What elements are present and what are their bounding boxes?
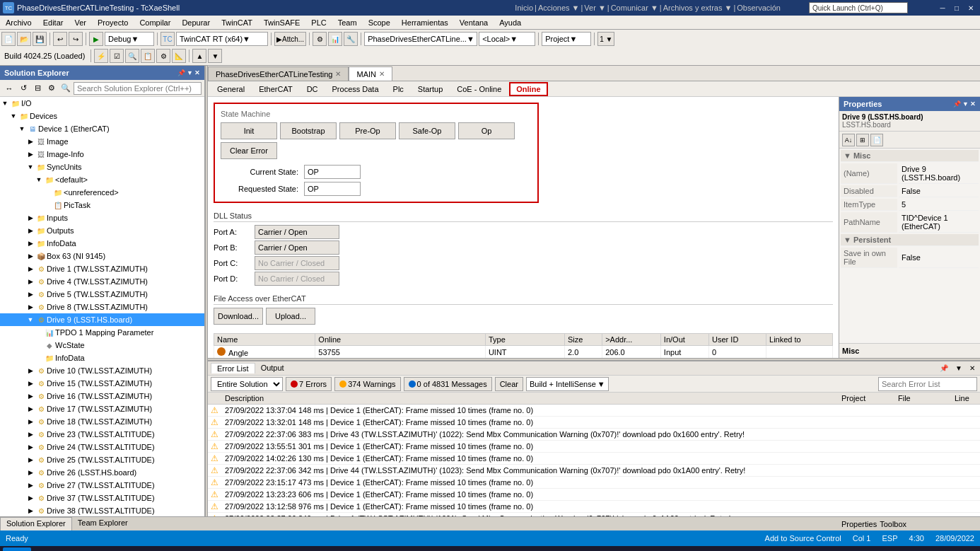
tree-item-drive27[interactable]: ▶⚙Drive 27 (TW.LSST.ALTITUDE) bbox=[0, 479, 204, 492]
tab-main[interactable]: MAIN ✕ bbox=[349, 66, 392, 81]
bottom-close[interactable]: ✕ bbox=[967, 364, 977, 373]
tab-main-close[interactable]: ✕ bbox=[379, 70, 385, 78]
expand-drive1[interactable]: ▶ bbox=[25, 264, 35, 274]
inner-tab-online[interactable]: Online bbox=[509, 82, 547, 96]
expand-infodata[interactable]: ▶ bbox=[25, 238, 35, 248]
minimize-button[interactable]: ─ bbox=[936, 2, 949, 13]
tree-item-drive16[interactable]: ▶⚙Drive 16 (TW.LSST.AZIMUTH) bbox=[0, 390, 204, 402]
warning-badge[interactable]: 374 Warnings bbox=[334, 377, 400, 391]
menu-compilar[interactable]: Compilar bbox=[134, 16, 176, 29]
inner-tab-processdata[interactable]: Process Data bbox=[326, 83, 385, 95]
expand-wcstate[interactable] bbox=[34, 340, 44, 350]
build-dropdown[interactable]: Build + IntelliSense ▼ bbox=[526, 377, 609, 391]
tree-item-drive17[interactable]: ▶⚙Drive 17 (TW.LSST.AZIMUTH) bbox=[0, 402, 204, 415]
expand-default[interactable]: ▼ bbox=[34, 175, 44, 185]
expand-tpdo1[interactable] bbox=[34, 327, 44, 337]
props-misc-tab[interactable]: Properties bbox=[841, 520, 877, 528]
menu-plc[interactable]: PLC bbox=[305, 16, 332, 29]
tree-item-infodata2[interactable]: 📁InfoData bbox=[0, 352, 204, 364]
error-row-5[interactable]: ⚠27/09/2022 22:37:06 342 ms | Drive 44 (… bbox=[208, 465, 980, 477]
data-row-0[interactable]: Angle53755UINT2.0206.0Input0 bbox=[214, 346, 833, 359]
toolbar-start[interactable]: ▶ bbox=[89, 32, 103, 46]
error-row-1[interactable]: ⚠27/09/2022 13:32:01 148 ms | Device 1 (… bbox=[208, 417, 980, 429]
se-sync-btn[interactable]: ↔ bbox=[3, 82, 16, 95]
tree-item-unreferenced[interactable]: 📁<unreferenced> bbox=[0, 186, 204, 199]
toolbar-extra6[interactable]: 📐 bbox=[172, 49, 186, 63]
toolbar-extra5[interactable]: ⚙ bbox=[156, 49, 170, 63]
tree-item-drive23[interactable]: ▶⚙Drive 23 (TW.LSST.ALTITUDE) bbox=[0, 428, 204, 441]
bottom-tab-errorlist[interactable]: Error List bbox=[211, 363, 255, 373]
error-badge[interactable]: 7 Errors bbox=[286, 377, 332, 391]
toolbar-save[interactable]: 💾 bbox=[33, 32, 47, 46]
prop-page-btn[interactable]: 📄 bbox=[870, 134, 883, 146]
tree-item-drive37[interactable]: ▶⚙Drive 37 (TW.LSST.ALTITUDE) bbox=[0, 492, 204, 504]
tree-item-imageinfo[interactable]: ▶🖼Image-Info bbox=[0, 148, 204, 161]
expand-drive5[interactable]: ▶ bbox=[25, 289, 35, 299]
expand-drive26[interactable]: ▶ bbox=[25, 468, 35, 477]
add-source-control[interactable]: Add to Source Control bbox=[765, 534, 841, 543]
taskbar-files[interactable]: 🗂 bbox=[58, 547, 81, 551]
tree-item-drive1[interactable]: ▶⚙Drive 1 (TW.LSST.AZIMUTH) bbox=[0, 262, 204, 275]
properties-close[interactable]: ✕ bbox=[970, 100, 976, 108]
expand-drive16[interactable]: ▶ bbox=[25, 391, 35, 401]
taskbar-browser[interactable]: 🌐 bbox=[82, 547, 105, 551]
expand-drive37[interactable]: ▶ bbox=[25, 493, 35, 503]
bottom-pin[interactable]: 📌 bbox=[938, 364, 950, 373]
tree-item-drive25[interactable]: ▶⚙Drive 25 (TW.LSST.ALTITUDE) bbox=[0, 453, 204, 466]
toolbar-extra1[interactable]: ⚡ bbox=[94, 49, 108, 63]
se-refresh-btn[interactable]: ↺ bbox=[17, 82, 30, 95]
inner-tab-plc[interactable]: Plc bbox=[387, 83, 410, 95]
inner-tab-coeonline[interactable]: CoE - Online bbox=[450, 83, 508, 95]
properties-dropdown[interactable]: ▼ bbox=[962, 100, 969, 108]
expand-drive10[interactable]: ▶ bbox=[25, 366, 35, 376]
error-row-3[interactable]: ⚠27/09/2022 13:55:51 301 ms | Device 1 (… bbox=[208, 441, 980, 453]
taskbar-vscode[interactable]: 📝 bbox=[130, 547, 153, 551]
menu-herramientas[interactable]: Herramientas bbox=[396, 16, 454, 29]
toolbar-extra4[interactable]: 📋 bbox=[141, 49, 155, 63]
tree-item-default[interactable]: ▼📁<default> bbox=[0, 173, 204, 186]
error-row-9[interactable]: ⚠27/09/2022 22:37:06 349 ms | Drive 1 (T… bbox=[208, 513, 980, 517]
menu-twincat[interactable]: TwinCAT bbox=[216, 16, 258, 29]
toolbar-attach[interactable]: ▶ Attch... bbox=[274, 32, 306, 46]
tree-item-devices[interactable]: ▼📁Devices bbox=[0, 110, 204, 122]
error-search-input[interactable] bbox=[878, 377, 977, 391]
expand-drive18[interactable]: ▶ bbox=[25, 417, 35, 427]
sm-btn-op[interactable]: Op bbox=[458, 122, 515, 139]
se-collapse-btn[interactable]: ⊟ bbox=[31, 82, 44, 95]
taskbar-explorer[interactable]: 💻 bbox=[106, 547, 129, 551]
toolbar-num[interactable]: 1 ▼ bbox=[597, 32, 614, 46]
tab-phaseDrives[interactable]: PhaseDrivesEtherCATLineTesting ✕ bbox=[208, 66, 349, 81]
expand-outputs[interactable]: ▶ bbox=[25, 226, 35, 236]
toolbar-extra7[interactable]: ▲ bbox=[192, 49, 206, 63]
tree-item-drive24[interactable]: ▶⚙Drive 24 (TW.LSST.ALTITUDE) bbox=[0, 441, 204, 453]
tree-item-drive9[interactable]: ▼⚙Drive 9 (LSST.HS.board) bbox=[0, 313, 204, 326]
tree-item-drive38[interactable]: ▶⚙Drive 38 (TW.LSST.ALTITUDE) bbox=[0, 504, 204, 516]
clear-button[interactable]: Clear bbox=[495, 377, 523, 391]
tree-item-drive10[interactable]: ▶⚙Drive 10 (TW.LSST.AZIMUTH) bbox=[0, 364, 204, 377]
bottom-tab-output[interactable]: Output bbox=[255, 363, 290, 373]
menu-ver[interactable]: Ver bbox=[69, 16, 92, 29]
properties-pin[interactable]: 📌 bbox=[953, 100, 961, 108]
menu-proyecto[interactable]: Proyecto bbox=[92, 16, 134, 29]
taskbar-app-blue[interactable]: 🔵 bbox=[154, 547, 177, 551]
error-row-4[interactable]: ⚠27/09/2022 14:02:26 130 ms | Device 1 (… bbox=[208, 453, 980, 465]
dropdown-button[interactable]: ▼ bbox=[187, 69, 193, 76]
sm-btn-clearerror[interactable]: Clear Error bbox=[221, 142, 277, 159]
toolbar-debug-dropdown[interactable]: Debug ▼ bbox=[105, 32, 154, 46]
tree-item-device1[interactable]: ▼🖥Device 1 (EtherCAT) bbox=[0, 122, 204, 135]
download-button[interactable]: Download... bbox=[214, 308, 263, 325]
expand-drive17[interactable]: ▶ bbox=[25, 404, 35, 414]
tree-item-wcstate[interactable]: ◆WcState bbox=[0, 339, 204, 352]
menu-editar[interactable]: Editar bbox=[37, 16, 69, 29]
expand-drive38[interactable]: ▶ bbox=[25, 506, 35, 516]
se-tab-solution[interactable]: Solution Explorer bbox=[0, 517, 72, 530]
se-prop-btn[interactable]: ⚙ bbox=[45, 82, 58, 95]
sm-btn-bootstrap[interactable]: Bootstrap bbox=[280, 122, 337, 139]
tree-item-pictask[interactable]: 📋PicTask bbox=[0, 199, 204, 211]
toolbar-more3[interactable]: 🔧 bbox=[344, 32, 358, 46]
menu-ventana[interactable]: Ventana bbox=[454, 16, 494, 29]
menu-archivo[interactable]: Archivo bbox=[0, 16, 37, 29]
tree-item-tpdo1[interactable]: 📊TPDO 1 Mapping Parameter bbox=[0, 326, 204, 339]
tree-item-drive15[interactable]: ▶⚙Drive 15 (TW.LSST.AZIMUTH) bbox=[0, 377, 204, 390]
close-panel-button[interactable]: ✕ bbox=[194, 69, 200, 76]
